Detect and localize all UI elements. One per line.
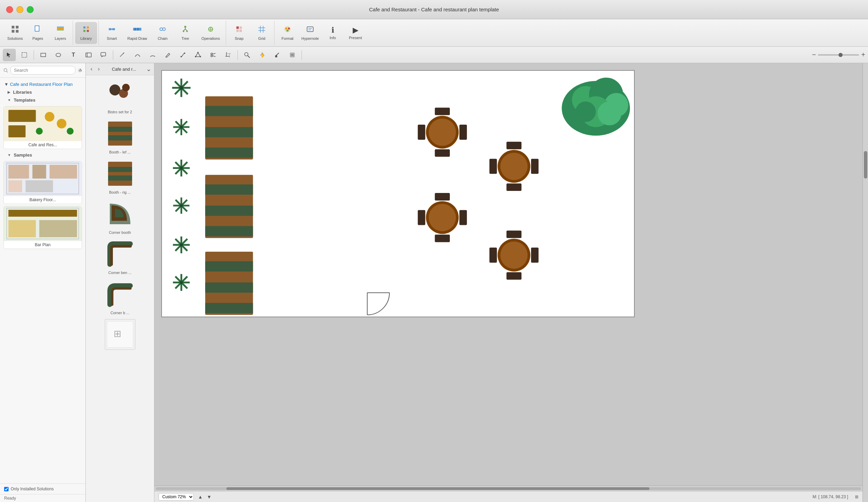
path-edit-tool[interactable]	[176, 49, 189, 61]
zoom-in-button[interactable]: +	[861, 51, 865, 59]
cafe-template-card[interactable]: Cafe and Res...	[3, 106, 82, 149]
svg-rect-159	[506, 142, 521, 149]
hypernote-button[interactable]: Hypernote	[299, 22, 321, 44]
ellipse-tool[interactable]	[52, 49, 65, 61]
info-button[interactable]: ℹ Info	[322, 22, 344, 44]
lib-item-corner-booth[interactable]: Corner booth	[89, 199, 151, 234]
right-scrollbar[interactable]	[862, 63, 868, 502]
tree-label: Tree	[182, 37, 189, 41]
grid-button[interactable]: Grid	[251, 22, 273, 44]
search-bar: ⁂	[0, 63, 85, 78]
svg-point-125	[180, 167, 183, 170]
zoom-out-button[interactable]: −	[812, 51, 816, 59]
callout-tool[interactable]	[97, 49, 110, 61]
plant-left5	[173, 237, 190, 253]
present-button[interactable]: ▶ Present	[344, 22, 366, 44]
canvas-scroll[interactable]	[154, 63, 862, 485]
tree-root[interactable]: ▼ Cafe and Restaurant Floor Plan	[0, 80, 85, 88]
layers-button[interactable]: Layers	[49, 22, 71, 44]
library-button[interactable]: Library	[75, 22, 97, 44]
rapid-draw-button[interactable]: Rapid Draw	[124, 22, 151, 44]
bar-template-card[interactable]: Bar Plan	[3, 206, 82, 249]
hscroll-track[interactable]	[156, 487, 861, 490]
table-2[interactable]	[489, 142, 539, 191]
lib-item-corner-bench[interactable]: Corner ben ...	[89, 239, 151, 275]
arc-tool[interactable]	[146, 49, 159, 61]
solutions-button[interactable]: Solutions	[4, 22, 26, 44]
canvas[interactable]	[161, 70, 635, 317]
label-tool[interactable]	[82, 49, 95, 61]
format-button[interactable]: Format	[277, 22, 299, 44]
zoom-stepper-up[interactable]: ▲	[198, 494, 203, 500]
booth-2[interactable]	[205, 175, 253, 238]
grid-toggle-icon[interactable]: ⊞	[855, 494, 858, 499]
eyedrop-tool[interactable]	[271, 49, 284, 61]
point-edit-tool[interactable]	[192, 49, 205, 61]
hscroll-thumb[interactable]	[226, 487, 650, 490]
window-controls[interactable]	[6, 6, 34, 13]
zoom-select[interactable]: Custom 72%	[158, 493, 194, 501]
only-installed-checkbox[interactable]	[4, 487, 9, 491]
zoom-slider[interactable]	[818, 54, 859, 56]
solutions-label: Solutions	[7, 37, 23, 41]
lib-item-bistro[interactable]: Bistro set for 2	[89, 78, 151, 114]
maximize-button[interactable]	[27, 6, 34, 13]
snap-button[interactable]: Snap	[228, 22, 250, 44]
tree-templates[interactable]: ▼ Templates	[0, 96, 85, 104]
booth-3[interactable]	[205, 252, 253, 315]
close-button[interactable]	[6, 6, 13, 13]
table-4[interactable]	[489, 230, 539, 280]
nav-next-button[interactable]: ›	[96, 65, 102, 73]
canvas-hscroll[interactable]	[154, 485, 862, 491]
chain-button[interactable]: Chain	[152, 22, 174, 44]
lib-item-corner-bench-label: Corner ben ...	[89, 271, 151, 275]
table-3[interactable]	[418, 193, 467, 242]
lib-item-booth-right[interactable]: Booth - rig ...	[89, 158, 151, 194]
vscroll-thumb[interactable]	[864, 151, 867, 179]
search-canvas-tool[interactable]	[240, 49, 254, 61]
only-installed-label: Only Installed Solutions	[11, 486, 53, 491]
tree-button[interactable]: Tree	[174, 22, 196, 44]
crop-tool[interactable]	[221, 49, 235, 61]
area-select-tool[interactable]	[18, 49, 31, 61]
smart-button[interactable]: Smart	[101, 22, 123, 44]
tree-libraries[interactable]: ▶ Libraries	[0, 88, 85, 96]
select-tool[interactable]	[3, 49, 16, 61]
zoom-stepper-down[interactable]: ▼	[207, 494, 212, 500]
svg-point-40	[288, 28, 290, 30]
zoom-slider-thumb	[838, 53, 843, 57]
scissors-tool[interactable]	[207, 49, 219, 61]
curved-line-tool[interactable]	[131, 49, 144, 61]
svg-point-115	[179, 86, 183, 90]
operations-button[interactable]: Operations	[197, 22, 224, 44]
svg-rect-47	[41, 53, 45, 57]
canvas-wrapper: Custom 72% ▲ ▼ M: [ 108.74, 98.23 ] ⊞	[154, 63, 868, 502]
lib-item-more[interactable]: ⊞	[89, 319, 151, 350]
grid-label: Grid	[258, 37, 266, 41]
nav-prev-button[interactable]: ‹	[89, 65, 94, 73]
svg-line-64	[213, 53, 216, 54]
pan-tool[interactable]: ✋	[256, 49, 269, 61]
minimize-button[interactable]	[17, 6, 23, 13]
rect-tool[interactable]	[37, 49, 50, 61]
svg-rect-144	[205, 148, 253, 158]
booth-1[interactable]	[205, 97, 253, 160]
lib-item-bistro-label: Bistro set for 2	[89, 110, 151, 114]
svg-rect-162	[531, 159, 539, 174]
svg-point-83	[45, 112, 54, 122]
lib-item-corner-b[interactable]: Corner b ...	[89, 279, 151, 315]
toolbar-group-snap: Snap Grid	[227, 21, 275, 45]
lib-item-booth-left[interactable]: Booth - lef ...	[89, 118, 151, 154]
eyedrop2-tool[interactable]	[286, 49, 299, 61]
line-tool[interactable]	[116, 49, 129, 61]
pen-tool[interactable]	[161, 49, 174, 61]
table-1[interactable]	[418, 108, 467, 157]
page-menu-button[interactable]: ⌄	[146, 65, 151, 73]
bakery-template-card[interactable]: Bakery Floor...	[3, 161, 82, 204]
vscroll-track[interactable]	[863, 63, 868, 502]
search-input[interactable]	[10, 66, 75, 74]
svg-point-62	[211, 53, 213, 54]
pages-button[interactable]: Pages	[27, 22, 49, 44]
text-tool[interactable]: T	[67, 49, 80, 61]
tree-samples[interactable]: ▼ Samples	[0, 151, 85, 159]
